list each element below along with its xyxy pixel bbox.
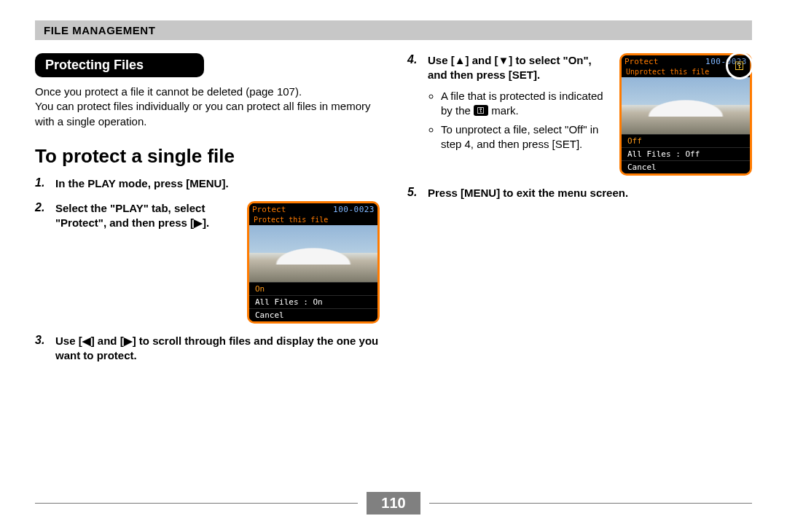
step-number: 2. [35, 201, 50, 324]
protect-badge-circle: ⚿ [726, 52, 753, 79]
intro-line-1: Once you protect a file it cannot be del… [35, 85, 302, 98]
thumb-option: All Files : Off [622, 147, 750, 160]
steps-right: 4. Use [▲] and [▼] to select "On", and t… [407, 53, 752, 200]
step-item: 1. In the PLAY mode, press [MENU]. [35, 176, 380, 191]
note-item: To unprotect a file, select "Off" in ste… [441, 122, 611, 152]
thumb-photo [249, 225, 377, 282]
note-item: A file that is protected is indicated by… [441, 89, 611, 119]
thumb-title: Protect [624, 57, 658, 66]
thumb-option: Cancel [249, 308, 377, 321]
thumb-option: Cancel [622, 160, 750, 173]
note-text-pre: To unprotect a file, select "Off" in ste… [441, 123, 598, 150]
step-text: In the PLAY mode, press [MENU]. [55, 176, 380, 191]
topic-pill-text: Protecting Files [45, 58, 144, 72]
content-columns: Protecting Files Once you protect a file… [35, 53, 752, 374]
thumb-subtitle: Protect this file [249, 216, 377, 225]
camera-thumbnail-b-wrap: Protect 100-0023 Unprotect this file Off [619, 53, 752, 176]
step-item: 2. Select the "PLAY" tab, select "Protec… [35, 201, 380, 324]
thumb-option: Off [622, 134, 750, 147]
step-number: 1. [35, 176, 50, 191]
key-icon: ⚿ [474, 105, 488, 116]
step-text: Press [MENU] to exit the menu screen. [428, 186, 752, 200]
left-column: Protecting Files Once you protect a file… [35, 53, 380, 374]
step-number: 3. [35, 334, 50, 364]
step-item: 3. Use [◀] and [▶] to scroll through fil… [35, 334, 380, 364]
thumb-option: On [249, 282, 377, 295]
step-item: 4. Use [▲] and [▼] to select "On", and t… [407, 53, 752, 176]
thumb-title: Protect [252, 205, 286, 214]
camera-thumbnail-a: Protect 100-0023 Protect this file On Al… [247, 201, 380, 324]
step-item: 5. Press [MENU] to exit the menu screen. [407, 186, 752, 200]
mountain-shape [638, 89, 733, 117]
thumb-option: All Files : On [249, 295, 377, 308]
intro-line-2: You can protect files individually or yo… [35, 100, 371, 127]
intro-text: Once you protect a file it cannot be del… [35, 85, 380, 129]
note-text-post: mark. [491, 104, 519, 117]
step-notes: A file that is protected is indicated by… [428, 89, 611, 152]
note-text-pre: A file that is protected is indicated by… [441, 90, 603, 117]
page-number: 110 [367, 492, 420, 515]
thumb-file-number: 100-0023 [333, 205, 375, 214]
page-footer: 110 [35, 492, 752, 515]
thumb-header: Protect 100-0023 [249, 203, 377, 216]
mountain-shape [266, 237, 361, 265]
key-icon: ⚿ [735, 60, 745, 71]
step-text: Use [▲] and [▼] to select "On", and then… [428, 53, 611, 83]
section-header-text: File Management [44, 24, 155, 36]
footer-rule-right [429, 503, 752, 504]
section-header: File Management [35, 20, 752, 40]
thumb-photo [622, 77, 750, 134]
thumb-options: On All Files : On Cancel [249, 282, 377, 321]
manual-page: File Management Protecting Files Once yo… [0, 0, 787, 532]
step-number: 4. [407, 53, 422, 176]
footer-rule-left [35, 503, 358, 504]
thumb-options: Off All Files : Off Cancel [622, 134, 750, 173]
right-column: 4. Use [▲] and [▼] to select "On", and t… [407, 53, 752, 374]
step-text: Select the "PLAY" tab, select "Protect",… [55, 201, 238, 231]
step-text: Use [◀] and [▶] to scroll through files … [55, 334, 380, 364]
step-number: 5. [407, 186, 422, 200]
steps-left: 1. In the PLAY mode, press [MENU]. 2. Se… [35, 176, 380, 364]
topic-pill: Protecting Files [35, 53, 204, 77]
subheading: To protect a single file [35, 145, 380, 168]
